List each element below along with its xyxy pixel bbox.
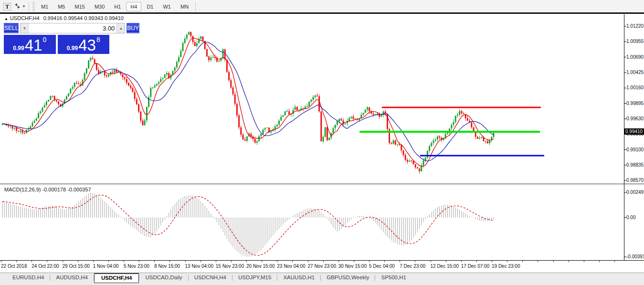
time-axis-label: 12 Dec 15:00 — [431, 264, 459, 269]
chart-tab-usdcad-daily[interactable]: USDCAD,Daily — [139, 273, 188, 282]
time-axis-tick — [492, 261, 492, 262]
time-axis-label: 17 Dec 07:00 — [461, 264, 490, 269]
macd-indicator-label: MACD(12,26,9) -0.000178 -0.000357 — [4, 187, 91, 192]
text-tool-icon: T — [3, 3, 11, 11]
time-axis-label: 30 Nov 15:00 — [338, 264, 367, 269]
cursor-arrows-icon — [14, 2, 21, 11]
sell-button[interactable]: SELL — [4, 23, 19, 33]
timeframe-button-w1[interactable]: W1 — [158, 2, 175, 11]
volume-increase-button[interactable]: ▲ — [116, 23, 125, 33]
time-axis-tick — [584, 261, 584, 262]
text-tool-button[interactable]: T — [2, 1, 12, 12]
time-axis-tick — [599, 261, 600, 262]
time-axis-label: 7 Dec 23:00 — [400, 264, 425, 269]
time-axis-label: 1 Nov 04:00 — [93, 264, 119, 269]
time-axis-tick — [569, 261, 569, 262]
mt4-window: T ▼ M1M5M15M30H1H4D1W1MN ▲USDCHF,H40.994… — [0, 0, 644, 285]
one-click-trading-panel: SELL ▼ ▲ BUY 0.99410 0.99438 — [4, 23, 109, 54]
sell-price-button[interactable]: 0.99410 — [4, 35, 56, 54]
price-axis-label: 1.00160 — [626, 85, 644, 90]
time-axis-label: 29 Oct 15:00 — [63, 264, 90, 269]
price-axis-label: 0.99100 — [626, 147, 644, 152]
sell-price-base: 0.99 — [13, 45, 24, 52]
time-axis-tick — [108, 261, 109, 262]
chart-tab-usdchf-h4[interactable]: USDCHF,H4 — [94, 273, 139, 283]
chart-tab-usdcnh-h4[interactable]: USDCNH,H4 — [189, 273, 232, 282]
buy-button[interactable]: BUY — [127, 23, 139, 33]
macd-axis-label: 0.002492 — [626, 190, 644, 195]
chart-tab-usdjpy-m15[interactable]: USDJPY,M15 — [232, 273, 277, 282]
time-axis-tick — [262, 261, 262, 262]
time-axis-label: 24 Oct 22:00 — [32, 264, 59, 269]
price-axis-label: 0.98835 — [626, 162, 644, 168]
macd-signal-line — [2, 195, 494, 255]
time-axis-tick — [124, 261, 124, 262]
chart-tab-gbpusd-weekly[interactable]: GBPUSD,Weekly — [321, 273, 375, 282]
chart-tab-eurusd-h4[interactable]: EURUSD,H4 — [7, 273, 50, 282]
time-axis-label: 19 Dec 23:00 — [492, 264, 520, 269]
timeframe-button-h1[interactable]: H1 — [110, 2, 125, 11]
price-axis-label: 0.99895 — [626, 101, 644, 106]
time-axis-tick — [431, 261, 431, 262]
macd-axis-label: 0.00 — [626, 215, 635, 220]
price-axis-label: 1.00425 — [626, 70, 644, 75]
time-axis-label: 20 Nov 15:00 — [246, 264, 275, 269]
time-axis-tick — [614, 261, 615, 262]
timeframe-button-m5[interactable]: M5 — [53, 2, 69, 11]
price-axis[interactable]: 0.99410 1.012201.009551.006901.004251.00… — [624, 14, 644, 261]
time-axis-tick — [369, 261, 370, 262]
cursor-tool-button[interactable]: ▼ — [13, 1, 26, 12]
macd-axis-label: -0.003913 — [626, 254, 644, 259]
volume-input[interactable] — [29, 23, 116, 33]
time-axis-tick — [415, 261, 415, 262]
sell-price-big: 41 — [25, 37, 42, 54]
time-axis[interactable]: 22 Oct 201824 Oct 22:0029 Oct 15:001 Nov… — [0, 261, 644, 273]
time-axis-tick — [400, 261, 400, 262]
toolbar-separator — [29, 2, 29, 11]
price-axis-label: 1.01220 — [626, 23, 644, 29]
price-axis-label: 0.98570 — [626, 178, 644, 183]
timeframe-button-m15[interactable]: M15 — [70, 2, 89, 11]
timeframe-button-m1[interactable]: M1 — [37, 2, 53, 11]
time-axis-label: 5 Dec 04:00 — [369, 264, 395, 269]
volume-decrease-button[interactable]: ▼ — [21, 23, 29, 33]
time-axis-tick — [538, 261, 538, 262]
volume-control: ▼ ▲ — [20, 23, 125, 33]
buy-price-big: 43 — [78, 37, 96, 54]
time-axis-tick — [201, 261, 201, 262]
chart-tab-xauusd-h1[interactable]: XAUUSD,H1 — [277, 273, 320, 282]
timeframe-button-m30[interactable]: M30 — [90, 2, 109, 11]
toolbar-separator — [195, 2, 196, 11]
time-axis-tick — [507, 261, 507, 262]
time-axis-tick — [16, 261, 17, 262]
timeframe-button-d1[interactable]: D1 — [142, 2, 158, 11]
time-axis-tick — [1, 261, 1, 262]
time-axis-tick — [63, 261, 63, 262]
time-axis-tick — [308, 261, 308, 262]
time-axis-tick — [78, 261, 78, 262]
time-axis-tick — [476, 261, 477, 262]
top-toolbar: T ▼ M1M5M15M30H1H4D1W1MN — [0, 0, 644, 13]
timeframe-button-h4[interactable]: H4 — [126, 2, 141, 11]
chevron-down-icon: ▼ — [22, 4, 26, 9]
time-axis-tick — [139, 261, 139, 262]
toolbar-grip[interactable] — [32, 2, 35, 11]
chart-tab-audusd-h4[interactable]: AUDUSD,H4 — [50, 273, 93, 282]
time-axis-tick — [446, 261, 446, 262]
time-axis-tick — [246, 261, 247, 262]
time-axis-tick — [338, 261, 339, 262]
buy-price-button[interactable]: 0.99438 — [58, 35, 110, 54]
time-axis-tick — [277, 261, 277, 262]
chart-tab-sp500-h1[interactable]: SP500,H1 — [375, 273, 412, 282]
chart-tab-bar: EURUSD,H4AUDUSD,H4USDCHF,H4USDCAD,DailyU… — [0, 273, 644, 285]
price-axis-label: 1.00955 — [626, 39, 644, 44]
price-axis-label: 0.99630 — [626, 116, 644, 121]
timeframe-buttons: M1M5M15M30H1H4D1W1MN — [36, 2, 193, 11]
price-axis-label: 1.00690 — [626, 54, 644, 60]
time-axis-tick — [522, 261, 523, 262]
time-axis-label: 5 Nov 23:00 — [124, 264, 149, 269]
time-axis-tick — [216, 261, 216, 262]
timeframe-button-mn[interactable]: MN — [176, 2, 193, 11]
time-axis-tick — [354, 261, 354, 262]
collapse-triangle-icon[interactable]: ▲ — [4, 17, 8, 21]
